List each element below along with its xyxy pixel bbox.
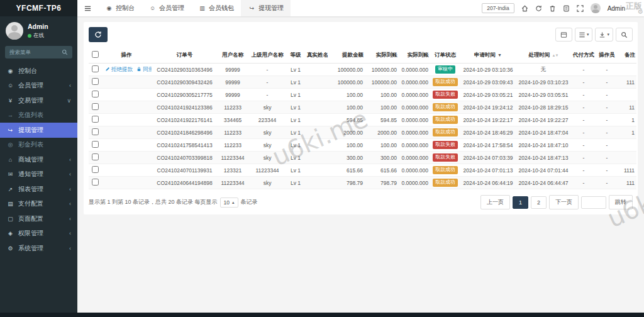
pencil-icon <box>105 67 110 73</box>
page-size-select[interactable]: 10 ▴ <box>220 197 238 208</box>
sidebar-search-input[interactable] <box>9 49 62 55</box>
search-icon[interactable] <box>62 49 68 55</box>
row-checkbox[interactable] <box>92 91 99 97</box>
actual-amount2-cell: 0.0000.000 <box>399 139 430 152</box>
amount-cell: 798.79 <box>331 177 365 189</box>
row-checkbox[interactable] <box>92 65 99 72</box>
operator-cell: - <box>596 152 618 164</box>
parent-user-cell: - <box>248 89 287 101</box>
columns-button[interactable]: ▾ <box>575 28 593 42</box>
remark-cell <box>618 152 636 164</box>
refresh-icon[interactable] <box>535 5 542 12</box>
tab-dashboard[interactable]: ◉控制台 <box>98 0 142 16</box>
sidebar-item-mall[interactable]: ⌂商城管理‹ <box>0 152 77 167</box>
wallet-icon: ▥ <box>198 5 206 11</box>
actual-amount2-cell: 0.0000.000 <box>399 177 430 189</box>
home-icon[interactable] <box>521 5 528 12</box>
user-status: 在线 <box>28 32 48 40</box>
level-cell: Lv 1 <box>287 177 304 189</box>
row-checkbox[interactable] <box>92 153 99 160</box>
export-button[interactable]: ▾ <box>595 28 613 42</box>
actual-amount-cell: 100000.00 <box>365 64 399 76</box>
sidebar-item-notice[interactable]: ✉通知管理‹ <box>0 167 77 182</box>
actual-amount2-cell: 0.0000.000 <box>399 152 430 164</box>
bottom-bar <box>0 313 644 317</box>
column-header-label: 等级 <box>291 52 301 58</box>
table-row: CO2410241758541413112233skyLv 1100.00100… <box>89 139 636 152</box>
sidebar-item-label: 页面配置 <box>18 214 43 223</box>
actual-amount2-cell: 0.0000.000 <box>399 101 430 114</box>
sidebar-item-recharge-list[interactable]: →充值列表 <box>0 108 77 123</box>
sidebar-item-members[interactable]: ☺会员管理‹ <box>0 79 77 94</box>
row-checkbox[interactable] <box>92 116 99 123</box>
hamburger-icon[interactable] <box>77 5 98 12</box>
parent-user-cell: sky <box>248 177 287 189</box>
tab-withdraw[interactable]: ↪提现管理 <box>241 0 291 16</box>
status-badge: 取款成功 <box>433 78 458 86</box>
sidebar-item-report[interactable]: ↗报表管理‹ <box>0 182 77 197</box>
table-row: CO241024064419489811223344skyLv 1798.797… <box>89 177 636 189</box>
column-header: 操作 <box>101 47 152 64</box>
page-button-1[interactable]: 1 <box>513 196 528 209</box>
chevron-left-icon: ‹ <box>69 171 71 177</box>
navbar-avatar[interactable] <box>591 3 601 13</box>
clear-cache-icon[interactable] <box>563 5 570 12</box>
row-select-cell <box>89 139 101 152</box>
table-row: CO2410241922176141334465223344Lv 1594.85… <box>89 114 636 126</box>
sidebar-item-system[interactable]: ⚙系统管理‹ <box>0 241 77 256</box>
row-checkbox[interactable] <box>92 179 99 186</box>
process-time-cell: 无 <box>516 64 571 76</box>
sidebar-item-bonus-list[interactable]: ◎彩金列表 <box>0 138 77 153</box>
sidebar-item-withdraw-manage[interactable]: ↪提现管理 <box>0 123 77 138</box>
row-checkbox[interactable] <box>92 78 99 85</box>
sidebar-item-trade[interactable]: ¥交易管理∨ <box>0 93 77 108</box>
row-select-cell <box>89 76 101 89</box>
prev-page-button[interactable]: 上一页 <box>480 195 510 209</box>
row-actions-cell <box>101 101 152 114</box>
search-toggle-button[interactable] <box>616 28 633 42</box>
reject-withdraw-link[interactable]: 拒绝提款 <box>105 66 133 74</box>
order-number: CO2410290305217775 <box>152 89 218 101</box>
page-jump-button[interactable]: 跳转 <box>609 195 633 209</box>
row-checkbox[interactable] <box>92 166 99 173</box>
next-page-button[interactable]: 下一页 <box>549 195 579 209</box>
column-header-label: 真实姓名 <box>307 52 328 58</box>
trash-icon[interactable] <box>549 5 556 12</box>
actual-amount2-cell: 0.0000.000 <box>399 164 430 177</box>
sidebar-item-dashboard[interactable]: ◉控制台 <box>0 64 77 79</box>
tab-members[interactable]: ☺会员管理 <box>142 0 191 16</box>
sort-icon[interactable]: ▲▼ <box>552 53 558 57</box>
pay-method-cell: - <box>571 164 596 177</box>
row-select-cell <box>89 126 101 139</box>
row-checkbox[interactable] <box>92 141 99 148</box>
sidebar-search[interactable] <box>5 46 72 58</box>
table-footer: 显示第 1 到第 10 条记录，总共 20 条记录 每页显示 10 ▴ 条记录 … <box>89 195 633 209</box>
page-button-2[interactable]: 2 <box>531 196 547 209</box>
notice-icon: ✉ <box>6 171 14 177</box>
page-jump-input[interactable] <box>581 196 606 209</box>
pay-method-cell: - <box>571 101 596 114</box>
refresh-button[interactable] <box>89 27 108 42</box>
tab-wallet[interactable]: ▥会员钱包 <box>191 0 241 16</box>
parent-user-cell: sky <box>248 139 287 152</box>
toggle-view-button[interactable] <box>555 28 572 42</box>
sidebar-item-payment[interactable]: ▤支付配置‹ <box>0 197 77 212</box>
chevron-down-icon: ▾ <box>607 32 609 37</box>
status-cell: 取款失败 <box>430 152 460 164</box>
row-actions-cell <box>101 152 152 164</box>
actual-amount-cell: 100.00 <box>365 139 399 152</box>
column-header-label: 实际到账 <box>376 52 397 58</box>
sidebar-item-permission[interactable]: ◈权限管理‹ <box>0 226 77 242</box>
approve-withdraw-label: 同意提款 <box>143 66 152 74</box>
fullscreen-icon[interactable] <box>577 5 584 12</box>
sort-desc-icon[interactable]: ▼ <box>497 53 502 57</box>
approve-withdraw-link[interactable]: 同意提款 <box>136 66 152 74</box>
real-name-cell <box>304 76 331 89</box>
select-all-checkbox[interactable] <box>92 51 99 58</box>
navbar-username[interactable]: Admin <box>608 5 625 12</box>
row-checkbox[interactable] <box>92 103 99 110</box>
pay-method-cell: - <box>571 177 596 189</box>
region-badge[interactable]: 207-India <box>482 3 514 13</box>
sidebar-item-page[interactable]: ▢页面配置‹ <box>0 211 77 226</box>
row-checkbox[interactable] <box>92 128 99 135</box>
